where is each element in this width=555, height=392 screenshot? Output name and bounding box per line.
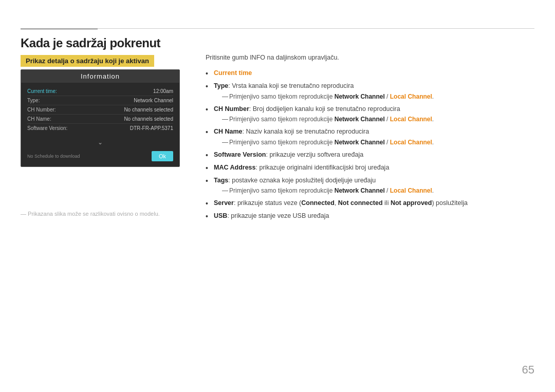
text-tags: : postavke oznaka koje poslužitelj dodje…	[228, 177, 376, 184]
text-usb: : prikazuje stanje veze USB uređaja	[227, 212, 329, 219]
text-ch-name: : Naziv kanala koji se trenutačno reprod…	[243, 128, 369, 135]
list-item-type: Type: Vrsta kanala koji se trenutačno re…	[206, 81, 534, 101]
label-ch-name: CH Name	[214, 128, 243, 135]
top-divider-line	[21, 28, 534, 29]
subnote-tags: Primjenjivo samo tijekom reprodukcije Ne…	[214, 186, 534, 195]
network-channel-label: Network Channel	[335, 93, 385, 100]
list-item-usb: USB: prikazuje stanje veze USB uređaja	[206, 211, 534, 221]
label-usb: USB	[214, 212, 227, 219]
info-row-type: Type: Network Channel	[27, 96, 173, 105]
list-item-software-version: Software Version: prikazuje verziju soft…	[206, 150, 534, 160]
info-value-current-time: 12:00am	[153, 88, 173, 94]
label-mac-address: MAC Address	[214, 164, 256, 171]
info-label-ch-name: CH Name:	[27, 116, 51, 122]
page-number: 65	[522, 363, 534, 377]
text-mac-address: : prikazuje originalni identifikacijski …	[256, 164, 390, 171]
info-label-ch-number: CH Number:	[27, 107, 56, 113]
label-not-connected: Not connected	[338, 199, 383, 207]
list-item-current-time: Current time	[206, 68, 534, 78]
text-ch-number: : Broj dodijeljen kanalu koji se trenuta…	[249, 105, 400, 113]
subnote-type: Primjenjivo samo tijekom reprodukcije Ne…	[214, 92, 534, 101]
text-server-pre: : prikazuje status veze (	[234, 199, 301, 207]
network-channel-label4: Network Channel	[335, 187, 385, 194]
label-tags: Tags	[214, 177, 228, 184]
list-item-tags: Tags: postavke oznaka koje poslužitelj d…	[206, 176, 534, 196]
page-title: Kada je sadržaj pokrenut	[21, 36, 160, 50]
label-not-approved: Not approved	[391, 199, 432, 207]
local-channel-label4: Local Channel	[390, 187, 432, 194]
label-current-time: Current time	[214, 69, 252, 77]
chevron-down-icon: ⌄	[98, 139, 103, 146]
right-content: Pritisnite gumb INFO na daljinskom uprav…	[206, 54, 534, 224]
info-label-software: Software Version:	[27, 125, 67, 131]
info-value-ch-name: No channels selected	[124, 116, 173, 122]
text-type: : Vrsta kanala koji se trenutačno reprod…	[228, 82, 354, 89]
label-connected: Connected	[301, 199, 335, 207]
info-panel-body: Current time: 12:00am Type: Network Chan…	[21, 83, 179, 137]
label-ch-number: CH Number	[214, 105, 249, 113]
subnote-ch-name: Primjenjivo samo tijekom reprodukcije Ne…	[214, 138, 534, 147]
info-row-current-time: Current time: 12:00am	[27, 87, 173, 96]
intro-text: Pritisnite gumb INFO na daljinskom uprav…	[206, 54, 534, 61]
info-row-ch-number: CH Number: No channels selected	[27, 105, 173, 115]
no-schedule-text: No Schedule to download	[27, 154, 80, 159]
bullet-list: Current time Type: Vrsta kanala koji se …	[206, 68, 534, 221]
text-software-version: : prikazuje verziju softvera uređaja	[266, 151, 363, 158]
info-row-software: Software Version: DTR-FR-APP.5371	[27, 124, 173, 133]
subnote-type-text: Primjenjivo samo tijekom reprodukcije Ne…	[229, 92, 434, 101]
subnote-tags-text: Primjenjivo samo tijekom reprodukcije Ne…	[229, 186, 434, 195]
network-channel-label3: Network Channel	[335, 139, 385, 146]
info-value-software: DTR-FR-APP.5371	[130, 125, 173, 131]
label-type: Type	[214, 82, 228, 89]
label-server: Server	[214, 199, 234, 207]
list-item-server: Server: prikazuje status veze (Connected…	[206, 198, 534, 208]
info-label-type: Type:	[27, 98, 40, 103]
list-item-ch-number: CH Number: Broj dodijeljen kanalu koji s…	[206, 104, 534, 124]
network-channel-label2: Network Channel	[335, 116, 385, 123]
local-channel-label3: Local Channel	[390, 139, 432, 146]
text-server-mid1: ,	[335, 199, 338, 207]
info-panel-header: Information	[21, 70, 179, 83]
local-channel-label2: Local Channel	[390, 116, 432, 123]
list-item-mac-address: MAC Address: prikazuje originalni identi…	[206, 163, 534, 173]
subnote-ch-name-text: Primjenjivo samo tijekom reprodukcije Ne…	[229, 138, 434, 147]
local-channel-label: Local Channel	[390, 93, 432, 100]
info-value-ch-number: No channels selected	[124, 107, 173, 113]
subnote-ch-number-text: Primjenjivo samo tijekom reprodukcije Ne…	[229, 115, 434, 124]
label-software-version: Software Version	[214, 151, 266, 158]
footnote-image: Prikazana slika može se razlikovati ovis…	[21, 211, 160, 217]
info-row-ch-name: CH Name: No channels selected	[27, 115, 173, 124]
info-label-current-time: Current time:	[27, 88, 57, 94]
text-server-mid2: ili	[383, 199, 391, 207]
info-panel: Information Current time: 12:00am Type: …	[21, 69, 180, 167]
info-panel-footer: No Schedule to download Ok	[21, 148, 179, 166]
text-server-post: ) poslužitelja	[432, 199, 467, 207]
highlight-box: Prikaz detalja o sadržaju koji je aktiva…	[21, 55, 154, 67]
subnote-ch-number: Primjenjivo samo tijekom reprodukcije Ne…	[214, 115, 534, 124]
info-value-type: Network Channel	[134, 98, 173, 103]
list-item-ch-name: CH Name: Naziv kanala koji se trenutačno…	[206, 127, 534, 147]
info-panel-chevron: ⌄	[21, 137, 179, 148]
ok-button[interactable]: Ok	[152, 151, 173, 161]
